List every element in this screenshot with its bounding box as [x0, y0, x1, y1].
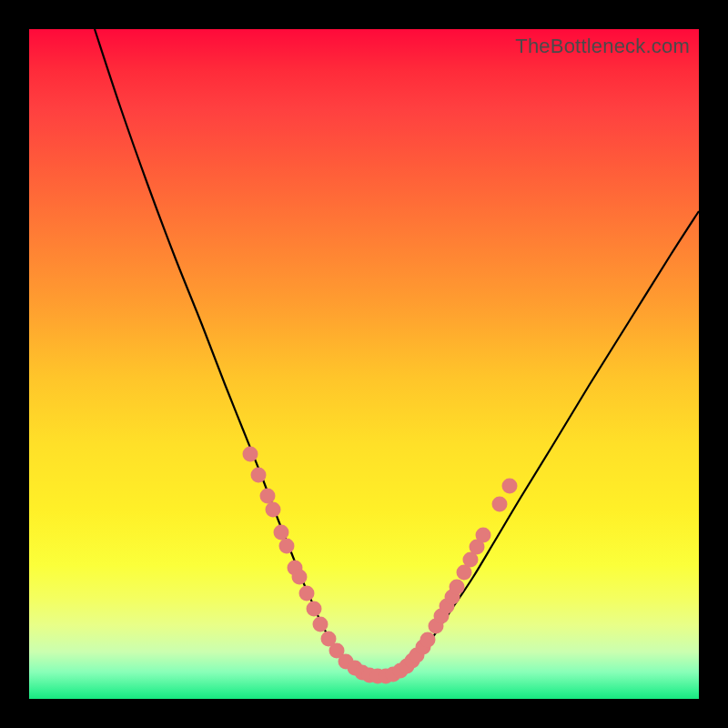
highlight-dot [313, 617, 329, 632]
highlight-dot [292, 570, 308, 585]
highlight-dot [274, 525, 289, 541]
highlight-dot [299, 586, 315, 602]
highlight-dot [502, 479, 518, 494]
bottleneck-curve [95, 29, 699, 677]
chart-frame: TheBottleneck.com [0, 0, 728, 728]
chart-svg [29, 29, 699, 699]
plot-area: TheBottleneck.com [29, 29, 699, 699]
highlight-dot [476, 528, 491, 543]
highlight-dot [492, 497, 508, 512]
highlight-dot [307, 602, 322, 617]
highlight-dot [243, 447, 258, 462]
highlight-dot [251, 468, 267, 483]
highlight-dot [450, 580, 465, 595]
highlight-dot [266, 502, 281, 518]
highlight-dot [260, 489, 276, 504]
highlight-dot [420, 632, 436, 648]
highlight-dot [279, 539, 295, 554]
highlight-dots-group [243, 447, 518, 684]
